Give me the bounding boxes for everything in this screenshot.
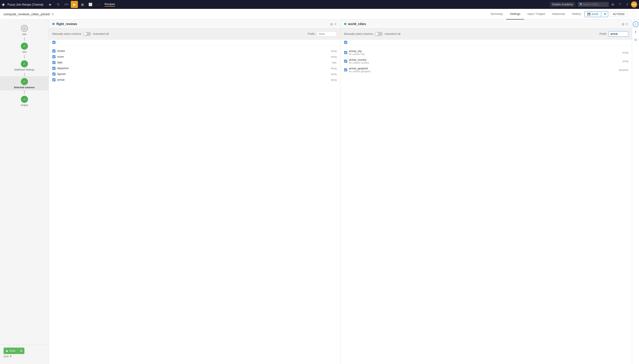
right-panel-dot xyxy=(344,23,346,25)
left-filter-row: Manually select columns Autoselect all P… xyxy=(49,28,340,40)
title-section: compute_reviews_cities_joined ⚙ xyxy=(4,12,487,16)
run-row: ▶ RUN ⚙ xyxy=(4,348,45,354)
second-bar: compute_reviews_cities_joined ⚙ Summary … xyxy=(0,9,639,20)
col-review-name: review xyxy=(57,50,329,52)
help-icon[interactable]: ? xyxy=(617,1,623,8)
left-sidebar: ○ Join ✓ Join ✓ Additional Settings ✓ Se… xyxy=(0,20,49,364)
col-score-checkbox[interactable] xyxy=(52,55,56,58)
right-prefix-label: Prefix: xyxy=(599,32,607,36)
left-panel-header: flight_reviews ▦ ⚙ xyxy=(49,20,340,28)
dss-settings-icon[interactable]: ⚙ xyxy=(10,355,12,358)
left-manually-label: Manually select columns xyxy=(52,32,81,36)
page-title: compute_reviews_cities_joined xyxy=(4,12,50,16)
more-nav-icon[interactable]: ··· xyxy=(95,1,102,8)
col-arrival-city-name: arrival_city xyxy=(349,50,362,53)
table-nav-icon[interactable]: ▦ xyxy=(79,1,86,8)
right-settings-icon[interactable]: ⚙ xyxy=(626,22,628,26)
collapse-arrow[interactable]: › xyxy=(629,11,635,17)
left-grid-icon[interactable]: ▦ xyxy=(330,22,333,26)
pipeline-item-output[interactable]: ✓ Output xyxy=(0,94,49,108)
save-button[interactable]: 💾 SAVE xyxy=(584,11,601,17)
dataiku-academy-button[interactable]: Dataiku Academy xyxy=(550,2,575,7)
col-arrival-country-name-group: arrival_country for column country xyxy=(349,58,621,64)
col-arrival-geopoint-checkbox[interactable] xyxy=(344,68,347,72)
table-row: arrival string xyxy=(49,77,340,83)
left-master-checkbox[interactable] xyxy=(52,41,56,44)
additional-settings-label: Additional Settings xyxy=(14,68,34,71)
col-date-checkbox[interactable] xyxy=(52,61,56,64)
col-arrival-city-subtext: for column city xyxy=(349,53,621,56)
additional-settings-icon: ✓ xyxy=(21,60,28,68)
right-grid-icon[interactable]: ▦ xyxy=(622,22,624,26)
col-date-name: date xyxy=(57,61,330,64)
col-score-name: score xyxy=(57,55,329,58)
left-settings-icon[interactable]: ⚙ xyxy=(334,22,337,26)
project-title: Fuzzy Join Recipe (Tutorial) xyxy=(8,3,43,6)
col-layover-type: string xyxy=(331,73,337,75)
right-toggle-knob xyxy=(375,32,378,36)
join-step-icon: ✓ xyxy=(21,42,28,50)
right-column-panel: world_cities ▦ ⚙ Manually select columns… xyxy=(341,20,632,364)
table-row: score string xyxy=(49,54,340,60)
right-toggle-switch[interactable] xyxy=(375,32,383,36)
output-icon: ✓ xyxy=(21,96,28,103)
col-arrival-city-name-group: arrival_city for column city xyxy=(349,50,621,56)
run-button[interactable]: ▶ RUN xyxy=(4,348,18,354)
join-label: Join xyxy=(22,33,27,36)
run-settings-button[interactable]: ⚙ xyxy=(18,348,25,354)
col-arrival-country-checkbox[interactable] xyxy=(344,60,347,63)
tab-history[interactable]: History xyxy=(568,9,584,20)
actions-button[interactable]: ACTIONS xyxy=(610,11,627,17)
grid-icon[interactable]: ⊞ xyxy=(610,1,616,8)
left-toggle-knob xyxy=(84,32,87,36)
pipeline-item-selected-columns[interactable]: ✓ Selected columns xyxy=(0,76,49,90)
right-master-checkbox[interactable] xyxy=(344,41,347,44)
col-arrival-type: string xyxy=(331,78,337,81)
col-arrival-checkbox[interactable] xyxy=(52,78,56,81)
col-arrival-city-type: string xyxy=(622,51,628,54)
col-arrival-country-type: string xyxy=(622,60,628,62)
left-toggle-switch[interactable] xyxy=(83,32,91,36)
col-arrival-geopoint-type: geopoint xyxy=(619,68,628,71)
top-navbar: ◈ Fuzzy Join Recipe (Tutorial) ▶ ↻ </> ▶… xyxy=(0,0,639,9)
col-layover-checkbox[interactable] xyxy=(52,72,56,76)
left-panel-actions: ▦ ⚙ xyxy=(330,22,337,26)
left-prefix-input[interactable] xyxy=(317,31,337,36)
col-arrival-city-checkbox[interactable] xyxy=(344,51,347,54)
left-autoselect-label: Autoselect all xyxy=(93,32,109,36)
plus-float-icon[interactable]: + xyxy=(633,21,638,27)
table-row: departure string xyxy=(49,66,340,71)
pipeline-item-join[interactable]: ○ Join xyxy=(0,23,49,37)
recipes-label: Recipes xyxy=(105,2,115,7)
main-layout: ○ Join ✓ Join ✓ Additional Settings ✓ Se… xyxy=(0,20,639,364)
code-nav-icon[interactable]: </> xyxy=(63,1,70,8)
refresh-nav-icon[interactable]: ↻ xyxy=(55,1,62,8)
tab-advanced[interactable]: Advanced xyxy=(548,9,568,20)
left-columns-list: review string score string date date xyxy=(49,46,340,84)
tab-settings[interactable]: Settings xyxy=(506,9,524,20)
pipeline-item-join-step[interactable]: ✓ Join xyxy=(0,41,49,55)
message-float-icon[interactable]: ✉ xyxy=(632,37,639,43)
col-layover-name: layover xyxy=(57,72,329,76)
content-area: flight_reviews ▦ ⚙ Manually select colum… xyxy=(49,20,632,364)
col-departure-checkbox[interactable] xyxy=(52,67,56,70)
dss-label: DSS ⚙ xyxy=(4,355,45,358)
save-dropdown-button[interactable]: ▼ xyxy=(602,11,608,17)
col-arrival-geopoint-name: arrival_geopoint xyxy=(349,67,368,70)
tab-input-output[interactable]: Input / Output xyxy=(524,9,548,20)
info-float-icon[interactable]: ℹ xyxy=(632,29,639,35)
trend-icon[interactable]: ↗ xyxy=(624,1,630,8)
pipeline-item-additional[interactable]: ✓ Additional Settings xyxy=(0,58,49,73)
run-nav-icon[interactable]: ▶ xyxy=(47,1,54,8)
play-active-nav-icon[interactable]: ▶ xyxy=(71,1,78,8)
col-arrival-country-name: arrival_country xyxy=(349,58,367,62)
tab-summary[interactable]: Summary xyxy=(487,9,507,20)
screen-nav-icon[interactable]: ⬜ xyxy=(87,1,94,8)
table-row: layover string xyxy=(49,71,340,77)
right-prefix-input[interactable] xyxy=(608,31,628,36)
col-arrival-geopoint-name-group: arrival_geopoint for column geopoint xyxy=(349,67,617,73)
page-settings-icon[interactable]: ⚙ xyxy=(52,12,54,16)
sidebar-bottom: ▶ RUN ⚙ DSS ⚙ xyxy=(0,345,49,360)
col-review-checkbox[interactable] xyxy=(52,50,56,52)
left-prefix-section: Prefix: xyxy=(308,31,337,36)
